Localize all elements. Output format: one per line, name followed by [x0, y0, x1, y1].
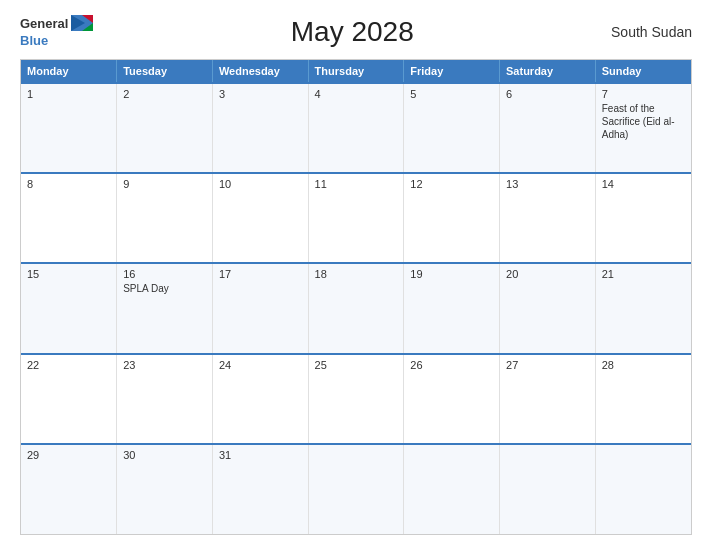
- day-number: 11: [315, 178, 398, 190]
- day-number: 4: [315, 88, 398, 100]
- calendar-day-cell: 26: [404, 354, 500, 444]
- calendar-day-cell: 13: [500, 173, 596, 263]
- col-monday: Monday: [21, 60, 117, 83]
- days-header-row: Monday Tuesday Wednesday Thursday Friday…: [21, 60, 691, 83]
- col-thursday: Thursday: [308, 60, 404, 83]
- col-tuesday: Tuesday: [117, 60, 213, 83]
- calendar-day-cell: [404, 444, 500, 534]
- day-number: 24: [219, 359, 302, 371]
- calendar-day-cell: 2: [117, 83, 213, 173]
- day-number: 17: [219, 268, 302, 280]
- calendar-day-cell: 31: [212, 444, 308, 534]
- day-event: SPLA Day: [123, 283, 169, 294]
- logo-flag-icon: [71, 15, 93, 31]
- logo-blue-text: Blue: [20, 33, 48, 48]
- day-number: 25: [315, 359, 398, 371]
- calendar-day-cell: 9: [117, 173, 213, 263]
- calendar-day-cell: [595, 444, 691, 534]
- calendar-day-cell: 10: [212, 173, 308, 263]
- calendar-day-cell: 8: [21, 173, 117, 263]
- calendar-day-cell: 6: [500, 83, 596, 173]
- calendar-day-cell: [500, 444, 596, 534]
- day-number: 12: [410, 178, 493, 190]
- calendar-day-cell: 30: [117, 444, 213, 534]
- calendar-week-row: 293031: [21, 444, 691, 534]
- calendar-day-cell: 29: [21, 444, 117, 534]
- day-number: 31: [219, 449, 302, 461]
- day-number: 1: [27, 88, 110, 100]
- calendar-day-cell: 3: [212, 83, 308, 173]
- calendar-day-cell: 11: [308, 173, 404, 263]
- calendar-day-cell: 23: [117, 354, 213, 444]
- day-number: 14: [602, 178, 685, 190]
- header: General Blue May 2028 South Sudan: [20, 15, 692, 49]
- calendar-day-cell: 16SPLA Day: [117, 263, 213, 353]
- country-label: South Sudan: [611, 24, 692, 40]
- day-number: 13: [506, 178, 589, 190]
- calendar-day-cell: 27: [500, 354, 596, 444]
- day-event: Feast of the Sacrifice (Eid al-Adha): [602, 103, 675, 140]
- calendar-title: May 2028: [93, 16, 611, 48]
- calendar-day-cell: 22: [21, 354, 117, 444]
- calendar-day-cell: 12: [404, 173, 500, 263]
- calendar-day-cell: 24: [212, 354, 308, 444]
- day-number: 6: [506, 88, 589, 100]
- day-number: 16: [123, 268, 206, 280]
- calendar-day-cell: 18: [308, 263, 404, 353]
- day-number: 2: [123, 88, 206, 100]
- calendar-day-cell: 7Feast of the Sacrifice (Eid al-Adha): [595, 83, 691, 173]
- calendar-day-cell: 1: [21, 83, 117, 173]
- day-number: 30: [123, 449, 206, 461]
- day-number: 5: [410, 88, 493, 100]
- calendar-day-cell: 15: [21, 263, 117, 353]
- calendar-day-cell: 4: [308, 83, 404, 173]
- day-number: 7: [602, 88, 685, 100]
- day-number: 9: [123, 178, 206, 190]
- col-sunday: Sunday: [595, 60, 691, 83]
- calendar-day-cell: 17: [212, 263, 308, 353]
- col-friday: Friday: [404, 60, 500, 83]
- calendar-day-cell: 28: [595, 354, 691, 444]
- calendar-grid: Monday Tuesday Wednesday Thursday Friday…: [20, 59, 692, 535]
- day-number: 20: [506, 268, 589, 280]
- day-number: 29: [27, 449, 110, 461]
- calendar-day-cell: [308, 444, 404, 534]
- calendar-week-row: 1234567Feast of the Sacrifice (Eid al-Ad…: [21, 83, 691, 173]
- day-number: 3: [219, 88, 302, 100]
- calendar-day-cell: 20: [500, 263, 596, 353]
- logo: General Blue: [20, 15, 93, 49]
- calendar-day-cell: 5: [404, 83, 500, 173]
- calendar-week-row: 1516SPLA Day1718192021: [21, 263, 691, 353]
- day-number: 19: [410, 268, 493, 280]
- col-saturday: Saturday: [500, 60, 596, 83]
- day-number: 23: [123, 359, 206, 371]
- calendar-day-cell: 14: [595, 173, 691, 263]
- logo-general-text: General: [20, 16, 68, 31]
- day-number: 28: [602, 359, 685, 371]
- day-number: 18: [315, 268, 398, 280]
- day-number: 26: [410, 359, 493, 371]
- day-number: 27: [506, 359, 589, 371]
- day-number: 10: [219, 178, 302, 190]
- calendar-week-row: 22232425262728: [21, 354, 691, 444]
- calendar-day-cell: 21: [595, 263, 691, 353]
- day-number: 21: [602, 268, 685, 280]
- day-number: 8: [27, 178, 110, 190]
- col-wednesday: Wednesday: [212, 60, 308, 83]
- calendar-week-row: 891011121314: [21, 173, 691, 263]
- calendar-day-cell: 19: [404, 263, 500, 353]
- calendar-page: General Blue May 2028 South Sudan: [0, 0, 712, 550]
- day-number: 22: [27, 359, 110, 371]
- day-number: 15: [27, 268, 110, 280]
- calendar-day-cell: 25: [308, 354, 404, 444]
